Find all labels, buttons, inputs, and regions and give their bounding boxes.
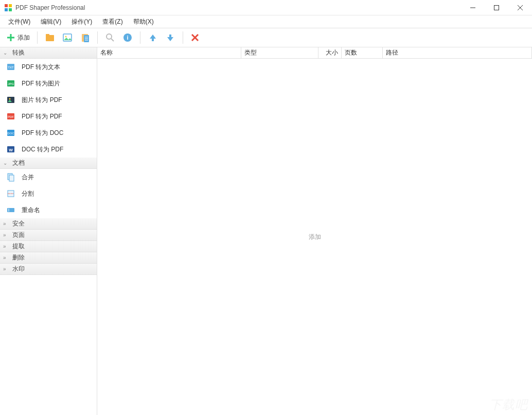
chevron-down-icon: ⌄ bbox=[3, 160, 9, 166]
menu-view[interactable]: 查看(Z) bbox=[97, 16, 128, 27]
sidebar-item-pdf-to-text[interactable]: TXT PDF 转为文本 bbox=[0, 59, 97, 75]
item-label: DOC 转为 PDF bbox=[22, 145, 63, 154]
move-up-button[interactable] bbox=[145, 30, 161, 45]
svg-text:DOC: DOC bbox=[7, 132, 14, 135]
item-label: PDF 转为文本 bbox=[22, 63, 60, 72]
svg-rect-29 bbox=[7, 97, 14, 103]
maximize-button[interactable] bbox=[485, 0, 508, 15]
sidebar: ⌄ 转换 TXT PDF 转为文本 JPG PDF 转为图片 图片 转为 PDF… bbox=[0, 47, 97, 415]
menu-action[interactable]: 操作(Y) bbox=[66, 16, 97, 27]
sidebar-category-watermark[interactable]: » 水印 bbox=[0, 264, 97, 275]
sidebar-item-rename[interactable]: 重命名 bbox=[0, 202, 97, 218]
col-name[interactable]: 名称 bbox=[97, 47, 241, 58]
search-icon bbox=[105, 32, 115, 43]
item-label: 重命名 bbox=[22, 206, 40, 215]
item-label: 合并 bbox=[22, 173, 34, 182]
menu-file[interactable]: 文件(W) bbox=[3, 16, 36, 27]
menu-help[interactable]: 帮助(X) bbox=[128, 16, 159, 27]
search-button[interactable] bbox=[102, 30, 118, 45]
col-type[interactable]: 类型 bbox=[241, 47, 318, 58]
word-icon: W bbox=[6, 145, 15, 154]
rename-icon bbox=[6, 205, 15, 215]
minimize-button[interactable] bbox=[461, 0, 485, 15]
category-label: 水印 bbox=[12, 265, 25, 273]
sidebar-item-doc-to-pdf[interactable]: W DOC 转为 PDF bbox=[0, 141, 97, 158]
plus-icon bbox=[6, 33, 15, 42]
category-label: 文档 bbox=[12, 159, 25, 167]
category-label: 安全 bbox=[12, 219, 25, 228]
paste-button[interactable] bbox=[77, 30, 93, 45]
col-path[interactable]: 路径 bbox=[383, 47, 532, 58]
remove-button[interactable] bbox=[187, 30, 203, 45]
info-button[interactable]: i bbox=[119, 30, 136, 45]
svg-text:W: W bbox=[9, 148, 13, 152]
toolbar: 添加 i bbox=[0, 28, 532, 47]
col-pages[interactable]: 页数 bbox=[342, 47, 383, 58]
chevron-down-icon: ⌄ bbox=[3, 50, 9, 56]
sidebar-item-pdf-to-pdf[interactable]: PDF PDF 转为 PDF bbox=[0, 108, 97, 125]
chevron-right-icon: » bbox=[3, 266, 9, 272]
svg-rect-0 bbox=[5, 4, 8, 7]
sidebar-category-document[interactable]: ⌄ 文档 bbox=[0, 158, 97, 169]
sidebar-category-convert[interactable]: ⌄ 转换 bbox=[0, 47, 97, 59]
chevron-right-icon: » bbox=[3, 255, 9, 261]
jpg-icon: JPG bbox=[6, 79, 15, 88]
file-list[interactable]: 添加 bbox=[97, 59, 532, 415]
sidebar-item-pdf-to-image[interactable]: JPG PDF 转为图片 bbox=[0, 75, 97, 92]
svg-rect-1 bbox=[9, 4, 12, 7]
sidebar-category-pages[interactable]: » 页面 bbox=[0, 230, 97, 241]
svg-point-13 bbox=[65, 36, 67, 38]
svg-point-30 bbox=[9, 98, 11, 100]
close-button[interactable] bbox=[508, 0, 532, 15]
sidebar-category-security[interactable]: » 安全 bbox=[0, 218, 97, 230]
menu-edit[interactable]: 编辑(V) bbox=[36, 16, 66, 27]
svg-text:PDF: PDF bbox=[8, 115, 14, 118]
list-header: 名称 类型 大小 页数 路径 bbox=[97, 47, 532, 59]
window-title: PDF Shaper Professional bbox=[15, 4, 461, 11]
svg-line-20 bbox=[111, 39, 114, 41]
arrow-up-icon bbox=[148, 32, 158, 43]
info-icon: i bbox=[122, 32, 133, 43]
toolbar-separator bbox=[97, 31, 98, 44]
svg-point-19 bbox=[107, 34, 112, 39]
move-down-button[interactable] bbox=[162, 30, 179, 45]
sidebar-item-split[interactable]: 分割 bbox=[0, 185, 97, 202]
sidebar-category-extract[interactable]: » 提取 bbox=[0, 241, 97, 252]
svg-text:TXT: TXT bbox=[8, 66, 14, 69]
app-icon bbox=[4, 4, 12, 12]
split-icon bbox=[6, 189, 15, 198]
sidebar-item-image-to-pdf[interactable]: 图片 转为 PDF bbox=[0, 92, 97, 108]
col-size[interactable]: 大小 bbox=[318, 47, 342, 58]
toolbar-separator bbox=[140, 31, 140, 44]
chevron-right-icon: » bbox=[3, 244, 9, 249]
category-label: 删除 bbox=[12, 253, 25, 262]
item-label: 分割 bbox=[22, 189, 34, 198]
category-label: 页面 bbox=[12, 231, 25, 239]
empty-placeholder: 添加 bbox=[309, 233, 321, 241]
chevron-right-icon: » bbox=[3, 232, 9, 238]
add-folder-button[interactable] bbox=[42, 30, 58, 45]
svg-rect-3 bbox=[9, 8, 12, 11]
item-label: PDF 转为 PDF bbox=[22, 112, 62, 121]
svg-rect-2 bbox=[5, 8, 8, 11]
merge-icon bbox=[6, 172, 15, 182]
svg-rect-41 bbox=[7, 208, 14, 212]
svg-text:i: i bbox=[127, 34, 128, 41]
svg-rect-5 bbox=[494, 5, 499, 10]
folder-icon bbox=[45, 32, 55, 43]
add-button[interactable]: 添加 bbox=[3, 30, 33, 45]
add-image-button[interactable] bbox=[59, 30, 76, 45]
category-label: 提取 bbox=[12, 242, 25, 251]
doc-icon: DOC bbox=[6, 128, 15, 137]
sidebar-category-delete[interactable]: » 删除 bbox=[0, 252, 97, 264]
image-file-icon bbox=[6, 95, 15, 105]
category-label: 转换 bbox=[12, 48, 25, 57]
sidebar-item-pdf-to-doc[interactable]: DOC PDF 转为 DOC bbox=[0, 125, 97, 141]
toolbar-separator bbox=[183, 31, 183, 44]
x-icon bbox=[190, 33, 200, 42]
chevron-right-icon: » bbox=[3, 221, 9, 227]
sidebar-item-merge[interactable]: 合并 bbox=[0, 169, 97, 185]
content-area: 名称 类型 大小 页数 路径 添加 bbox=[97, 47, 532, 415]
item-label: PDF 转为图片 bbox=[22, 79, 60, 88]
menu-bar: 文件(W) 编辑(V) 操作(Y) 查看(Z) 帮助(X) bbox=[0, 15, 532, 28]
